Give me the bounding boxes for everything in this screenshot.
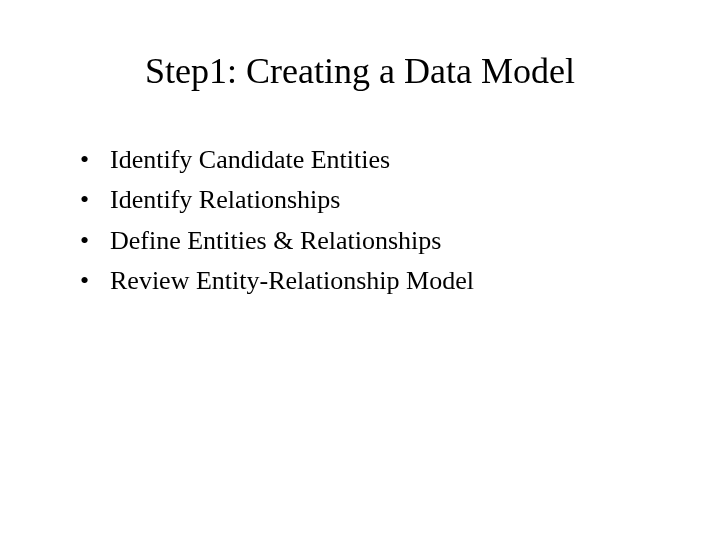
list-item: Review Entity-Relationship Model xyxy=(80,263,660,299)
list-item: Identify Candidate Entities xyxy=(80,142,660,178)
list-item: Identify Relationships xyxy=(80,182,660,218)
list-item: Define Entities & Relationships xyxy=(80,223,660,259)
bullet-list: Identify Candidate Entities Identify Rel… xyxy=(60,142,660,300)
slide-title: Step1: Creating a Data Model xyxy=(60,50,660,92)
